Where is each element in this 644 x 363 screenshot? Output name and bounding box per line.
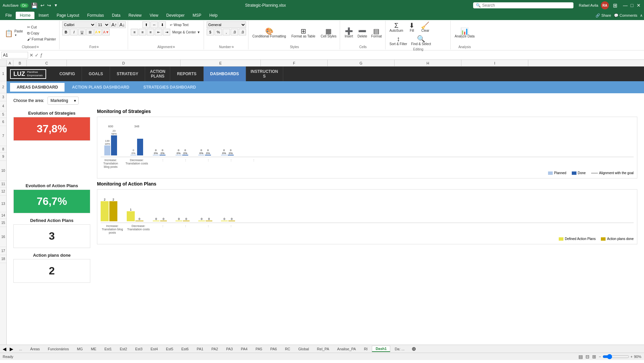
sheet-tabs-nav-next[interactable]: ▶ <box>8 346 15 352</box>
normal-view-button[interactable]: ▤ <box>578 354 583 359</box>
col-header-G[interactable]: G <box>328 60 395 66</box>
redo-icon[interactable]: ↪ <box>47 3 51 8</box>
underline-button[interactable]: U <box>78 29 86 35</box>
tab-formulas[interactable]: Formulas <box>83 12 108 19</box>
paste-dropdown[interactable]: ▼ <box>14 34 17 37</box>
tab-insert[interactable]: Insert <box>34 12 52 19</box>
font-size-select[interactable]: 11 <box>96 21 110 28</box>
sheet-tab-pa1[interactable]: PA1 <box>193 346 207 352</box>
autosave-toggle[interactable]: On <box>20 3 28 8</box>
format-button[interactable]: ▤ Format <box>370 27 383 39</box>
row-header-7[interactable]: 7 <box>0 126 6 146</box>
col-header-E[interactable]: E <box>181 60 261 66</box>
increase-indent-button[interactable]: ⇥ <box>163 29 170 35</box>
font-increase-button[interactable]: A↑ <box>110 21 118 28</box>
sheet-tab-da[interactable]: Da: ... <box>391 346 408 352</box>
copy-button[interactable]: ⧉ Copy <box>26 30 58 36</box>
tab-home[interactable]: Home <box>16 12 34 19</box>
sheet-tab-est6[interactable]: Est6 <box>178 346 192 352</box>
sheet-tab-est2[interactable]: Est2 <box>116 346 131 352</box>
number-expand[interactable]: ⧉ <box>232 45 234 49</box>
zoom-slider[interactable] <box>603 354 629 359</box>
clear-button[interactable]: 🧹 Clear <box>419 21 431 33</box>
sheet-tab-dash1[interactable]: Dash1 <box>372 346 390 352</box>
find-select-button[interactable]: 🔍 Find & Select <box>410 35 432 47</box>
sheet-tab-dots[interactable]: ... <box>15 346 26 352</box>
conditional-formatting-button[interactable]: 🎨 Conditional Formatting <box>251 27 288 39</box>
tab-developer[interactable]: Developer <box>162 12 189 19</box>
row-header-1[interactable]: 1 <box>0 67 6 81</box>
comma-button[interactable]: , <box>223 29 230 35</box>
formula-insert-icon[interactable]: ƒ <box>40 52 43 58</box>
area-select[interactable]: Marketing Finance HR Operations <box>47 97 79 105</box>
select-all-button[interactable] <box>0 60 7 66</box>
tab-help[interactable]: Help <box>205 12 222 19</box>
nav-instructions[interactable]: INSTRUCTIONS <box>246 67 283 81</box>
undo-icon[interactable]: ↩ <box>40 3 44 8</box>
col-header-A[interactable]: A <box>7 60 13 66</box>
subtab-strategies[interactable]: STRATEGIES DASHBOARD <box>137 83 203 92</box>
nav-action-plans[interactable]: ACTIONPLANS <box>145 67 170 81</box>
sheet-tab-pa6[interactable]: PA6 <box>266 346 281 352</box>
align-left-button[interactable]: ≡ <box>131 29 138 35</box>
delete-button[interactable]: ➖ Delete <box>356 27 368 39</box>
sheet-tab-pa2[interactable]: PA2 <box>208 346 222 352</box>
insert-button[interactable]: ➕ Insert <box>343 27 355 39</box>
formula-cancel-icon[interactable]: ✕ <box>29 52 33 58</box>
row-header-4[interactable]: 4 <box>0 101 6 111</box>
sheet-tab-analise-pa[interactable]: Analise_PA <box>333 346 359 352</box>
alignment-expand[interactable]: ⧉ <box>173 45 175 49</box>
sheet-tab-est1[interactable]: Est1 <box>101 346 115 352</box>
clipboard-expand[interactable]: ⧉ <box>37 45 39 49</box>
border-button[interactable]: ⊞ <box>86 29 94 35</box>
sheet-tab-rel-pa[interactable]: Rel_PA <box>313 346 333 352</box>
row-header-6[interactable]: 6 <box>0 118 6 126</box>
tab-msp[interactable]: MSP <box>189 12 205 19</box>
maximize-button[interactable]: □ <box>629 3 635 8</box>
font-decrease-button[interactable]: A↓ <box>118 21 126 28</box>
row-header-17[interactable]: 17 <box>0 247 6 255</box>
merge-center-button[interactable]: Merge & Center ▼ <box>171 30 202 35</box>
col-header-B[interactable]: B <box>13 60 27 66</box>
ribbon-collapse-button[interactable]: ∧ <box>640 13 643 18</box>
col-header-D[interactable]: D <box>67 60 181 66</box>
analyze-data-button[interactable]: 📊 Analyze Data <box>453 27 476 39</box>
zoom-in-button[interactable]: + <box>631 355 633 359</box>
formula-accept-icon[interactable]: ✓ <box>35 52 39 58</box>
format-as-table-button[interactable]: ⊞ Format as Table <box>290 27 317 39</box>
format-painter-button[interactable]: 🖌 Format Painter <box>26 36 58 42</box>
page-break-button[interactable]: ⊞ <box>592 354 596 359</box>
increase-decimal-button[interactable]: .0 <box>231 29 238 35</box>
tab-file[interactable]: File <box>1 12 16 19</box>
merge-dropdown-icon[interactable]: ▼ <box>197 30 200 34</box>
tab-data[interactable]: Data <box>108 12 124 19</box>
save-icon[interactable]: 💾 <box>31 2 38 9</box>
zoom-out-button[interactable]: − <box>599 355 601 359</box>
autosum-button[interactable]: Σ AutoSum <box>388 21 405 33</box>
cell-styles-button[interactable]: ▦ Cell Styles <box>319 27 338 39</box>
sheet-tab-mg[interactable]: MG <box>73 346 87 352</box>
col-header-H[interactable]: H <box>395 60 461 66</box>
italic-button[interactable]: I <box>70 29 78 35</box>
font-color-button[interactable]: A▼ <box>102 29 110 35</box>
sheet-tab-est3[interactable]: Est3 <box>131 346 146 352</box>
subtab-areas[interactable]: AREAS DASHBOARD <box>10 83 65 92</box>
col-header-C[interactable]: C <box>27 60 67 66</box>
nav-dashboards[interactable]: DASHBOARDS <box>204 67 246 81</box>
percent-button[interactable]: % <box>215 29 222 35</box>
bold-button[interactable]: B <box>62 29 70 35</box>
sheet-tab-funcionarios[interactable]: Funcionários <box>44 346 73 352</box>
row-header-3[interactable]: 3 <box>0 93 6 101</box>
align-right-button[interactable]: ≡ <box>147 29 154 35</box>
font-expand[interactable]: ⧉ <box>97 45 99 49</box>
tab-review[interactable]: Review <box>124 12 145 19</box>
col-header-I[interactable]: I <box>461 60 528 66</box>
row-header-14[interactable]: 14 <box>0 212 6 219</box>
align-top-button[interactable]: ⬆ <box>142 21 150 28</box>
decrease-decimal-button[interactable]: .0 <box>239 29 246 35</box>
row-header-9[interactable]: 9 <box>0 153 6 161</box>
align-bottom-button[interactable]: ⬇ <box>158 21 166 28</box>
sheet-tabs-nav-prev[interactable]: ◀ <box>1 346 8 352</box>
nav-strategy[interactable]: STRATEGY <box>110 67 145 81</box>
tab-page-layout[interactable]: Page Layout <box>52 12 83 19</box>
